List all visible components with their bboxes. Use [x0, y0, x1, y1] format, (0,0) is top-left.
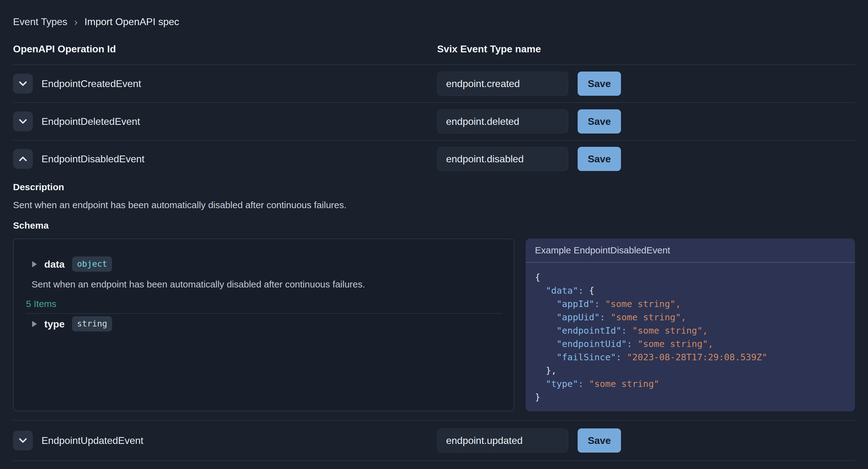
breadcrumb-separator-icon: ›	[74, 16, 78, 28]
row-right-cell: Save	[437, 71, 855, 96]
row-main: EndpointDisabledEvent Save	[13, 141, 855, 177]
save-button[interactable]: Save	[578, 109, 621, 134]
schema-panel: data object Sent when an endpoint has be…	[13, 238, 515, 411]
event-type-name-input[interactable]	[437, 147, 568, 171]
expand-property-icon	[32, 261, 37, 267]
breadcrumb: Event Types › Import OpenAPI spec	[13, 0, 855, 28]
property-description: Sent when an endpoint has been automatic…	[32, 279, 501, 290]
row-left-cell: EndpointCreatedEvent	[13, 74, 437, 93]
row-left-cell: EndpointDeletedEvent	[13, 112, 437, 131]
property-type-badge: object	[72, 257, 112, 272]
row-right-cell: Save	[437, 147, 855, 171]
operation-id-label: EndpointDisabledEvent	[41, 153, 145, 165]
event-row-endpoint-disabled: EndpointDisabledEvent Save Description S…	[13, 141, 855, 421]
column-header-event-type: Svix Event Type name	[437, 43, 855, 55]
description-text: Sent when an endpoint has been automatic…	[13, 200, 855, 211]
chevron-up-icon	[18, 156, 28, 162]
import-openapi-page: Event Types › Import OpenAPI spec OpenAP…	[0, 0, 868, 461]
example-json-code: { "data": { "appId": "some string", "app…	[526, 263, 855, 411]
row-left-cell: EndpointUpdatedEvent	[13, 431, 437, 450]
schema-divider	[26, 313, 501, 314]
example-panel-title: Example EndpointDisabledEvent	[526, 238, 855, 263]
collapse-row-button[interactable]	[13, 149, 33, 169]
chevron-down-icon	[18, 81, 28, 87]
schema-heading: Schema	[13, 220, 855, 231]
expand-row-button[interactable]	[13, 74, 33, 93]
row-right-cell: Save	[437, 109, 855, 134]
column-headers: OpenAPI Operation Id Svix Event Type nam…	[13, 43, 855, 65]
chevron-down-icon	[18, 437, 28, 444]
save-button[interactable]: Save	[578, 71, 621, 96]
save-button[interactable]: Save	[578, 429, 621, 452]
row-right-cell: Save	[437, 429, 855, 452]
row-details: Description Sent when an endpoint has be…	[13, 181, 855, 411]
schema-property-type[interactable]: type string	[26, 316, 501, 331]
operation-id-label: EndpointDeletedEvent	[41, 116, 140, 127]
expand-row-button[interactable]	[13, 112, 33, 131]
event-row-endpoint-deleted: EndpointDeletedEvent Save	[13, 103, 855, 141]
column-header-operation-id: OpenAPI Operation Id	[13, 43, 437, 55]
save-button[interactable]: Save	[578, 147, 621, 171]
property-type-badge: string	[72, 316, 112, 331]
event-row-endpoint-created: EndpointCreatedEvent Save	[13, 65, 855, 103]
event-type-name-input[interactable]	[437, 429, 568, 452]
property-name: type	[44, 317, 65, 331]
expand-property-icon	[32, 321, 37, 327]
example-panel: Example EndpointDisabledEvent { "data": …	[526, 238, 855, 411]
event-type-name-input[interactable]	[437, 109, 568, 134]
chevron-down-icon	[18, 118, 28, 124]
breadcrumb-event-types-link[interactable]: Event Types	[13, 16, 67, 28]
schema-and-example-panels: data object Sent when an endpoint has be…	[13, 238, 855, 411]
schema-property-data[interactable]: data object	[26, 257, 501, 272]
property-name: data	[44, 257, 65, 272]
row-left-cell: EndpointDisabledEvent	[13, 149, 437, 169]
property-items-count: 5 Items	[26, 298, 501, 310]
event-row-endpoint-updated: EndpointUpdatedEvent Save	[13, 421, 855, 461]
operation-id-label: EndpointUpdatedEvent	[41, 435, 143, 446]
event-type-name-input[interactable]	[437, 71, 568, 96]
expand-row-button[interactable]	[13, 431, 33, 450]
description-heading: Description	[13, 181, 855, 193]
breadcrumb-current-page: Import OpenAPI spec	[85, 16, 179, 28]
operation-id-label: EndpointCreatedEvent	[41, 78, 141, 90]
